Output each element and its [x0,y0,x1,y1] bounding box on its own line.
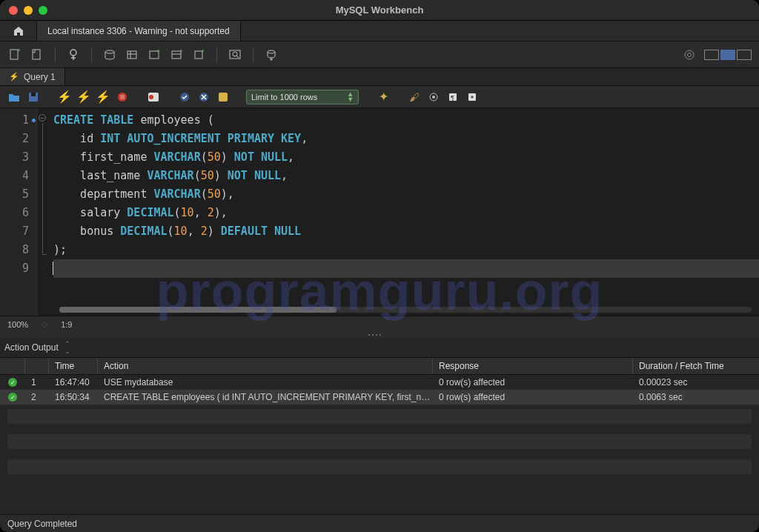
explain-button[interactable]: ⚡ [96,90,110,104]
svg-text:+: + [17,48,21,54]
zoom-level[interactable]: 100% [7,320,28,329]
svg-rect-4 [127,51,136,59]
wrap-button[interactable]: ¶ [446,90,460,104]
execute-current-button[interactable]: ⚡ [77,90,90,104]
connection-tabs: Local instance 3306 - Warning - not supp… [0,21,759,41]
output-empty-area [0,405,759,514]
col-time-header[interactable]: Time [49,358,98,374]
snippets-button[interactable] [465,90,479,104]
minimize-window-button[interactable] [24,6,33,15]
panel-toggle-group [704,50,752,60]
toggle-bottom-panel-button[interactable] [720,50,735,60]
toggle-limit-button[interactable] [216,90,230,104]
connection-tab[interactable]: Local instance 3306 - Warning - not supp… [37,21,241,41]
svg-point-18 [685,50,694,59]
col-response-header[interactable]: Response [433,358,633,374]
open-file-button[interactable] [7,90,21,104]
query-tab-1[interactable]: ⚡ Query 1 [0,68,65,85]
dropdown-caret-icon: ⌃⌄ [64,340,70,355]
svg-point-30 [432,96,435,99]
find-button[interactable]: 🖌 [408,90,421,104]
col-duration-header[interactable]: Duration / Fetch Time [633,358,759,374]
fold-toggle-icon[interactable]: − [39,114,46,122]
svg-point-25 [149,95,153,99]
home-tab[interactable] [0,21,37,41]
svg-rect-28 [219,93,228,102]
svg-text:¶: ¶ [451,94,454,102]
stop-button[interactable] [116,90,129,104]
output-row[interactable]: 116:47:40USE mydatabase0 row(s) affected… [0,375,759,390]
line-gutter: 123456789 [0,108,37,316]
scrollbar-thumb[interactable] [59,307,337,313]
row-limit-select[interactable]: Limit to 1000 rows ▲▼ [246,90,359,104]
panel-splitter[interactable] [0,332,759,338]
editor-status-bar: 100% ◇ 1:9 [0,316,759,332]
svg-rect-2 [33,50,40,59]
db-tool-3-icon[interactable]: + [147,47,162,62]
row-limit-label: Limit to 1000 rows [251,93,317,102]
close-window-button[interactable] [9,6,18,15]
output-columns-header: Time Action Response Duration / Fetch Ti… [0,357,759,375]
query-tab-label: Query 1 [24,72,56,82]
zoom-window-button[interactable] [39,6,47,15]
status-bar: Query Completed [0,514,759,532]
svg-point-17 [268,50,275,53]
svg-rect-23 [120,95,125,99]
output-mode-select[interactable]: Action Output [4,342,59,353]
output-panel: Action Output ⌃⌄ Time Action Response Du… [0,338,759,514]
db-tool-1-icon[interactable] [102,47,117,62]
open-sql-script-button[interactable] [30,47,44,62]
col-action-header[interactable]: Action [98,358,433,374]
success-icon [8,378,17,387]
save-file-button[interactable] [27,90,40,104]
app-title: MySQL Workbench [0,4,759,16]
svg-point-19 [688,53,692,56]
svg-text:+: + [201,48,205,55]
svg-line-16 [236,56,239,58]
svg-rect-21 [31,93,36,96]
connection-tab-label: Local instance 3306 - Warning - not supp… [47,26,230,36]
execute-button[interactable]: ⚡ [58,90,71,104]
db-tool-4-icon[interactable]: + [169,47,184,62]
main-toolbar: + + + + [0,41,759,68]
sql-editor[interactable]: 123456789 − CREATE TABLE employees ( id … [0,108,759,316]
code-area[interactable]: CREATE TABLE employees ( id INT AUTO_INC… [50,108,759,316]
svg-text:+: + [179,48,183,54]
invisible-chars-button[interactable] [427,90,440,104]
status-text: Query Completed [7,519,77,529]
search-table-button[interactable] [228,47,242,62]
toggle-right-panel-button[interactable] [737,50,752,60]
db-tool-5-icon[interactable]: + [191,47,206,62]
zoom-stepper-icon[interactable]: ◇ [42,319,47,329]
success-icon [8,393,17,402]
toggle-left-panel-button[interactable] [704,50,719,60]
toggle-autocommit-button[interactable] [147,90,160,104]
reconnect-button[interactable] [264,47,279,62]
inspector-button[interactable] [66,47,81,62]
query-tabs: ⚡ Query 1 [0,68,759,86]
commit-button[interactable] [178,90,191,104]
settings-gear-icon[interactable] [682,47,697,62]
title-bar: MySQL Workbench [0,0,759,21]
home-icon [13,25,24,37]
rollback-button[interactable] [197,90,211,104]
new-sql-tab-button[interactable]: + [7,47,22,62]
svg-point-3 [105,50,114,53]
horizontal-scrollbar[interactable] [59,307,752,313]
cursor-position: 1:9 [61,320,72,329]
svg-text:+: + [156,48,160,55]
db-tool-2-icon[interactable] [125,47,139,62]
dropdown-arrows-icon: ▲▼ [347,92,354,102]
fold-column: − [37,108,50,316]
beautify-button[interactable]: ✦ [377,90,390,104]
output-row[interactable]: 216:50:34CREATE TABLE employees ( id INT… [0,390,759,405]
lightning-icon: ⚡ [9,72,19,82]
editor-toolbar: ⚡ ⚡ ⚡ Limit to 1000 rows ▲▼ ✦ 🖌 ¶ [0,86,759,108]
